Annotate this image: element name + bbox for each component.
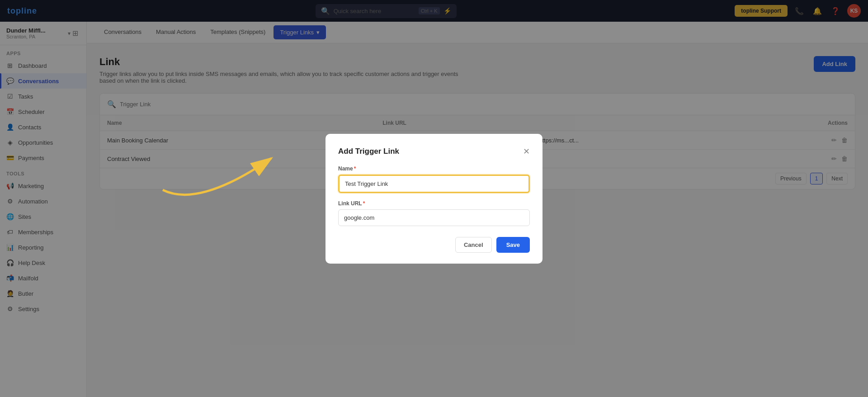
name-input[interactable] [338, 175, 530, 193]
name-form-group: Name* [338, 165, 530, 193]
url-label: Link URL* [338, 200, 530, 207]
url-required: * [363, 200, 365, 207]
url-form-group: Link URL* [338, 200, 530, 226]
modal-close-button[interactable]: ✕ [523, 147, 530, 156]
save-button[interactable]: Save [496, 237, 530, 253]
url-input[interactable] [338, 209, 530, 226]
modal-footer: Cancel Save [338, 237, 530, 253]
name-required: * [354, 165, 356, 172]
cancel-button[interactable]: Cancel [455, 237, 492, 253]
modal-header: Add Trigger Link ✕ [338, 147, 530, 156]
name-label: Name* [338, 165, 530, 172]
add-trigger-link-modal: Add Trigger Link ✕ Name* Link URL* Cance… [326, 134, 542, 264]
modal-overlay[interactable]: Add Trigger Link ✕ Name* Link URL* Cance… [0, 0, 868, 397]
arrow-annotation [145, 118, 298, 208]
modal-title: Add Trigger Link [338, 147, 399, 156]
